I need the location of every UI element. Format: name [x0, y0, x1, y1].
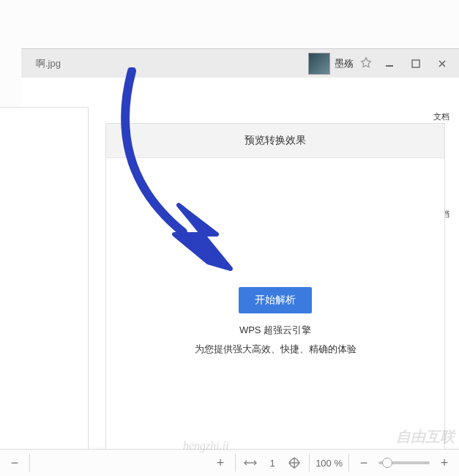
- zoom-in-left-button[interactable]: +: [212, 454, 229, 472]
- close-button[interactable]: [431, 54, 453, 73]
- separator: [29, 454, 30, 472]
- svg-rect-1: [412, 60, 419, 67]
- zoom-value: 100 %: [316, 458, 343, 469]
- window-titlebar: 啊.jpg 墨殇: [21, 48, 459, 78]
- preview-panel-title: 预览转换效果: [106, 124, 444, 158]
- doc-line: 同的个体，: [0, 122, 73, 144]
- page-number: 1: [265, 458, 280, 469]
- document-title: 啊.jpg: [36, 57, 61, 70]
- start-parse-button[interactable]: 开始解析: [239, 287, 312, 313]
- doc-line: 们一般不: [0, 188, 73, 210]
- zoom-in-button[interactable]: +: [436, 454, 453, 472]
- minimize-button[interactable]: [378, 54, 400, 73]
- doc-line: ，我们的: [0, 231, 73, 253]
- zoom-slider[interactable]: [378, 461, 430, 464]
- username: 墨殇: [335, 57, 354, 70]
- doc-line: 和思想却: [0, 144, 73, 166]
- content-area: 同的个体， 和思想却 欢是一群 们一般不 人的时候， ，我们的 权衡利弊 文档 …: [21, 78, 459, 447]
- crown-icon[interactable]: [358, 56, 374, 72]
- maximize-button[interactable]: [405, 54, 427, 73]
- engine-subline: 为您提供强大高效、快捷、精确的体验: [195, 343, 357, 356]
- zoom-slider-thumb[interactable]: [382, 458, 392, 468]
- zoom-out-button[interactable]: −: [355, 454, 373, 472]
- fit-page-icon[interactable]: [286, 454, 303, 472]
- zoom-out-left-button[interactable]: −: [6, 454, 23, 472]
- status-bar: − + 1 100 % −: [0, 449, 459, 476]
- svg-rect-0: [386, 65, 393, 67]
- preview-panel: 预览转换效果 开始解析 WPS 超强云引擎 为您提供强大高效、快捷、精确的体验: [105, 123, 445, 476]
- doc-line: 欢是一群: [0, 166, 73, 188]
- doc-line: 权衡利弊: [0, 253, 73, 275]
- preview-panel-body: 开始解析 WPS 超强云引擎 为您提供强大高效、快捷、精确的体验: [106, 158, 444, 476]
- fit-width-icon[interactable]: [242, 454, 259, 472]
- left-document-page: 同的个体， 和思想却 欢是一群 们一般不 人的时候， ，我们的 权衡利弊: [0, 107, 89, 475]
- titlebar-right: 墨殇: [308, 53, 459, 75]
- doc-line: 人的时候，: [0, 210, 73, 232]
- user-avatar[interactable]: [308, 53, 330, 75]
- engine-headline: WPS 超强云引擎: [239, 324, 311, 337]
